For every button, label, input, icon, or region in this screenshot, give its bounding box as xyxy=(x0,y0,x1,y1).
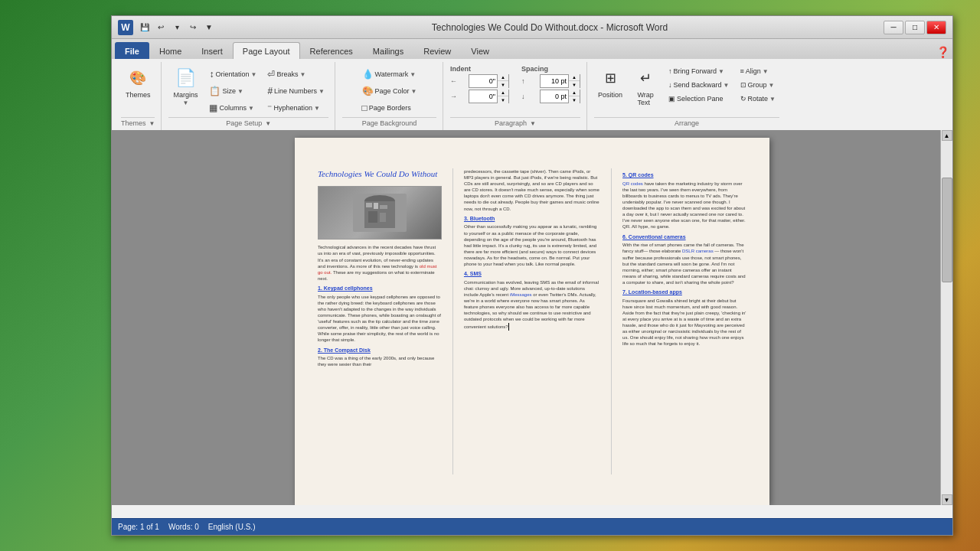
page-setup-content: 📄 Margins ▼ ↕ Orientation ▼ 📋 Size ▼ xyxy=(168,64,328,116)
close-btn[interactable]: ✕ xyxy=(926,21,946,34)
paragraph-group-label: Paragraph ▼ xyxy=(450,117,580,129)
spacing-after-row: ↓ 0 pt ▲ ▼ xyxy=(521,90,580,103)
themes-expand-icon[interactable]: ▼ xyxy=(149,120,155,127)
send-backward-btn[interactable]: ↓ Send Backward ▼ xyxy=(665,79,733,91)
redo-quick-btn[interactable]: ↪ xyxy=(186,21,200,34)
ribbon-tabs: File Home Insert Page Layout References … xyxy=(112,39,952,59)
scroll-thumb[interactable] xyxy=(942,178,952,282)
doc-heading-location: 7. Location-based apps xyxy=(622,289,746,296)
breaks-btn[interactable]: ⏎ Breaks ▼ xyxy=(263,67,328,82)
size-label: Size xyxy=(222,87,236,95)
watermark-btn[interactable]: 💧 Watermark ▼ xyxy=(358,67,420,82)
indent-left-down[interactable]: ▼ xyxy=(498,81,508,88)
paragraph-expand-icon[interactable]: ▼ xyxy=(530,120,536,127)
window-title: Technologies We Could Do Without.docx - … xyxy=(216,22,884,33)
themes-btn[interactable]: 🎨 Themes xyxy=(122,64,155,101)
selection-pane-btn[interactable]: ▣ Selection Pane xyxy=(665,93,733,105)
indent-left-spinbox[interactable]: 0" ▲ ▼ xyxy=(469,74,509,88)
words-count: Words: 0 xyxy=(168,523,199,531)
arrange-group-label: Arrange xyxy=(594,117,779,129)
page-setup-expand-icon[interactable]: ▼ xyxy=(265,120,271,127)
doc-text-qr: QR codes have taken the marketing indust… xyxy=(622,181,746,230)
status-bar: Page: 1 of 1 Words: 0 English (U.S.) xyxy=(112,518,952,535)
themes-group-content: 🎨 Themes xyxy=(122,64,155,116)
spacing-after-spinbtns: ▲ ▼ xyxy=(568,90,580,103)
tab-references[interactable]: References xyxy=(300,42,363,59)
indent-right-spinbtns: ▲ ▼ xyxy=(497,90,508,103)
tab-home[interactable]: Home xyxy=(149,42,191,59)
document-area[interactable]: ▲ ▼ Technologies We Could Do Without xyxy=(112,130,952,505)
position-label: Position xyxy=(598,91,622,99)
maximize-btn[interactable]: □ xyxy=(905,21,925,34)
spacing-before-up[interactable]: ▲ xyxy=(569,74,580,81)
spacing-after-spinbox[interactable]: 0 pt ▲ ▼ xyxy=(540,90,580,103)
margins-icon: 📄 xyxy=(173,66,198,90)
page-color-icon: 🎨 xyxy=(362,86,374,96)
wrap-text-btn[interactable]: ↵ WrapText xyxy=(629,64,662,109)
tab-file[interactable]: File xyxy=(115,42,149,59)
vertical-scrollbar[interactable]: ▲ ▼ xyxy=(940,130,952,505)
ribbon-group-themes: 🎨 Themes Themes ▼ xyxy=(115,62,162,130)
breaks-label: Breaks xyxy=(276,70,298,78)
scroll-down-btn[interactable]: ▼ xyxy=(942,494,952,505)
columns-btn[interactable]: ▦ Columns ▼ xyxy=(205,100,260,116)
align-label: Align xyxy=(746,67,761,75)
save-quick-btn[interactable]: 💾 xyxy=(138,21,152,34)
indent-left-label: ← xyxy=(450,77,467,85)
undo-dropdown-btn[interactable]: ▾ xyxy=(170,21,184,34)
ribbon-content: 🎨 Themes Themes ▼ 📄 Margins ▼ ↕ xyxy=(112,59,952,130)
indent-left-up[interactable]: ▲ xyxy=(498,74,508,81)
indent-left-value: 0" xyxy=(469,77,497,85)
tab-mailings[interactable]: Mailings xyxy=(363,42,413,59)
scroll-up-btn[interactable]: ▲ xyxy=(942,130,952,141)
position-btn[interactable]: ⊞ Position xyxy=(594,64,626,101)
orientation-btn[interactable]: ↕ Orientation ▼ xyxy=(205,67,260,82)
spacing-before-value: 10 pt xyxy=(541,77,568,85)
align-btn[interactable]: ≡ Align ▼ xyxy=(737,65,779,77)
page-borders-btn[interactable]: □ Page Borders xyxy=(358,100,415,116)
hyphenation-btn[interactable]: ⁻ Hyphenation ▼ xyxy=(263,100,328,116)
margins-dropdown-icon: ▼ xyxy=(182,99,188,106)
page-color-btn[interactable]: 🎨 Page Color ▼ xyxy=(358,83,421,99)
tab-page-layout[interactable]: Page Layout xyxy=(233,42,300,59)
rotate-label: Rotate xyxy=(748,95,769,103)
page-setup-group-label: Page Setup ▼ xyxy=(168,117,328,129)
indent-right-spinbox[interactable]: 0" ▲ ▼ xyxy=(469,90,509,103)
arrange-content: ⊞ Position ↵ WrapText ↑ Bring Forward ▼ xyxy=(594,64,779,116)
spacing-after-up[interactable]: ▲ xyxy=(569,90,580,96)
spacing-after-down[interactable]: ▼ xyxy=(569,96,580,103)
doc-text-location: Foursquare and Gowalla shined bright at … xyxy=(622,298,746,347)
align-icon: ≡ xyxy=(740,67,744,75)
doc-column-center: predecessors, the cassette tape (shiver)… xyxy=(464,168,600,474)
margins-btn[interactable]: 📄 Margins ▼ xyxy=(168,64,202,109)
tab-view[interactable]: View xyxy=(461,42,499,59)
indent-right-label: → xyxy=(450,93,467,100)
tab-review[interactable]: Review xyxy=(413,42,461,59)
line-numbers-btn[interactable]: # Line Numbers ▼ xyxy=(263,83,328,99)
page-borders-icon: □ xyxy=(362,103,368,113)
page-bg-content: 💧 Watermark ▼ 🎨 Page Color ▼ □ Page Bord… xyxy=(358,64,421,116)
minimize-btn[interactable]: ─ xyxy=(884,21,903,34)
doc-intro-text: Technological advances in the recent dec… xyxy=(318,244,442,282)
undo-quick-btn[interactable]: ↩ xyxy=(154,21,168,34)
ribbon-group-page-bg: 💧 Watermark ▼ 🎨 Page Color ▼ □ Page Bord… xyxy=(336,62,443,130)
spacing-before-spinbox[interactable]: 10 pt ▲ ▼ xyxy=(540,74,580,88)
rotate-btn[interactable]: ↻ Rotate ▼ xyxy=(737,93,779,105)
help-btn[interactable]: ❓ xyxy=(936,45,949,59)
indent-right-up[interactable]: ▲ xyxy=(498,90,508,96)
col-divider-1 xyxy=(452,168,453,474)
tab-insert[interactable]: Insert xyxy=(191,42,233,59)
selection-pane-label: Selection Pane xyxy=(677,95,724,103)
doc-text-cd: The CD was a thing of the early 2000s, a… xyxy=(318,355,442,367)
indent-right-value: 0" xyxy=(469,93,497,100)
indent-right-down[interactable]: ▼ xyxy=(498,96,508,103)
customize-quick-btn[interactable]: ▼ xyxy=(202,21,216,34)
indent-right-row: → 0" ▲ ▼ xyxy=(450,90,509,103)
size-btn[interactable]: 📋 Size ▼ xyxy=(205,83,260,99)
ribbon-group-page-setup: 📄 Margins ▼ ↕ Orientation ▼ 📋 Size ▼ xyxy=(162,62,335,130)
breaks-icon: ⏎ xyxy=(267,69,275,80)
bring-forward-btn[interactable]: ↑ Bring Forward ▼ xyxy=(665,65,733,77)
group-btn[interactable]: ⊡ Group ▼ xyxy=(737,79,779,91)
doc-text-cameras: With the rise of smart phones came the f… xyxy=(622,242,746,285)
spacing-before-down[interactable]: ▼ xyxy=(569,81,580,88)
